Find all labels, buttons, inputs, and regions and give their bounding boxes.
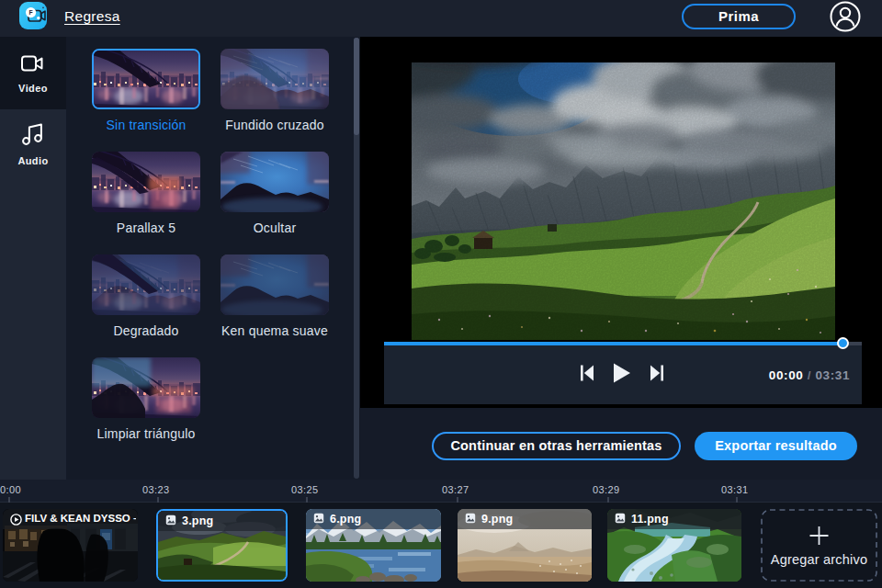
svg-text:F: F [29, 9, 33, 16]
